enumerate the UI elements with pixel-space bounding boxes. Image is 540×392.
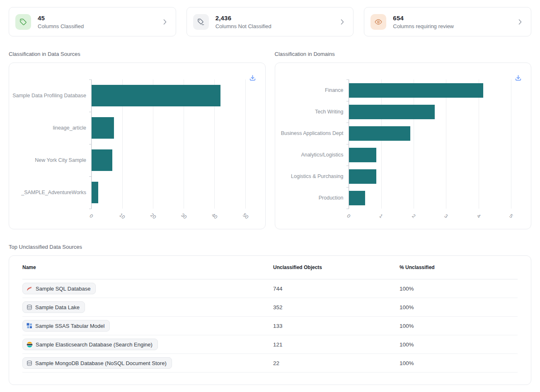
tag-icon (15, 14, 31, 30)
y-axis-tick (89, 79, 92, 80)
category-label: Analytics/Logistics (275, 144, 344, 166)
name-cell: Sample Elasticsearch Database (Search En… (22, 335, 273, 354)
table-title: Top Unclassified Data Sources (9, 244, 531, 250)
category-label: Sample Data Profiling Database (9, 79, 86, 112)
category-labels: FinanceTech WritingBusiness Applications… (275, 79, 344, 209)
bar-tech-writing[interactable] (349, 105, 435, 119)
stat-cards-row: 45 Columns Classified 2,436 Columns Not … (9, 7, 531, 36)
column-header-pct-unclassified: % Unclassified (400, 256, 518, 279)
name-cell: Sample MongoDB Database (NoSQL Document … (22, 354, 273, 373)
pct-unclassified-cell: 100% (400, 317, 518, 335)
data-source-name: Sample MongoDB Database (NoSQL Document … (35, 360, 167, 366)
x-axis-tick-label: 30 (180, 212, 188, 220)
elasticsearch-icon (27, 341, 33, 348)
pct-unclassified-cell: 100% (400, 279, 518, 298)
x-axis-tick-label: 5 (508, 213, 514, 219)
stat-text: 45 Columns Classified (38, 14, 84, 29)
bar-business-applications-dept[interactable] (349, 126, 411, 141)
table-row: Sample SSAS Tabular Model133100% (22, 317, 518, 335)
x-axis-labels: 01020304050 (91, 209, 245, 226)
category-label: Production (275, 187, 344, 209)
bar-new-york-city-sample[interactable] (92, 149, 112, 171)
y-axis-tick (89, 176, 92, 177)
download-icon[interactable] (248, 74, 257, 82)
table-header-row: Name Unclassified Objects % Unclassified (22, 256, 518, 279)
name-cell: Sample SSAS Tabular Model (22, 317, 273, 335)
bar-logistics-purchasing[interactable] (349, 169, 377, 184)
ssas-tabular-icon (27, 323, 32, 329)
stat-card-columns-not-classified[interactable]: 2,436 Columns Not Classified (186, 7, 354, 36)
dashboard-page: 45 Columns Classified 2,436 Columns Not … (0, 0, 540, 392)
unclassified-sources-table: Name Unclassified Objects % Unclassified… (22, 256, 518, 373)
y-axis-tick (346, 101, 349, 101)
data-source-chip[interactable]: Sample MongoDB Database (NoSQL Document … (22, 357, 172, 369)
stat-text: 654 Columns requiring review (393, 14, 454, 29)
x-axis-tick-label: 3 (443, 213, 449, 219)
bar-analytics-logistics[interactable] (349, 148, 377, 162)
stat-text: 2,436 Columns Not Classified (216, 14, 271, 29)
stat-card-columns-classified[interactable]: 45 Columns Classified (9, 7, 176, 36)
x-axis-tick-label: 40 (211, 212, 218, 220)
y-axis-tick (346, 123, 349, 123)
gridline (381, 79, 382, 209)
table-row: Sample SQL Database744100% (22, 279, 518, 298)
bar-finance[interactable] (349, 83, 484, 98)
database-icon (27, 360, 32, 366)
y-axis-tick (346, 209, 349, 209)
chart-block-data-sources: Classification in Data Sources Sample Da… (9, 51, 266, 229)
database-icon (27, 304, 32, 310)
category-label: lineage_article (9, 112, 86, 144)
y-axis-tick (346, 166, 349, 166)
y-axis-tick (89, 209, 92, 209)
category-label: Logistics & Purchasing (275, 166, 344, 187)
plot-area (91, 79, 245, 209)
stat-card-columns-requiring-review[interactable]: 654 Columns requiring review (364, 7, 531, 36)
chart-card-domains: FinanceTech WritingBusiness Applications… (275, 63, 532, 229)
stat-value: 2,436 (216, 14, 271, 22)
bar-production[interactable] (349, 191, 365, 205)
unclassified-objects-cell: 133 (273, 317, 400, 335)
data-source-name: Sample SSAS Tabular Model (35, 323, 104, 329)
x-axis-tick-label: 0 (346, 213, 351, 219)
data-source-chip[interactable]: Sample Data Lake (22, 301, 85, 313)
data-source-chip[interactable]: Sample SSAS Tabular Model (22, 320, 110, 332)
gridline (349, 79, 349, 209)
stat-label: Columns Not Classified (216, 23, 271, 29)
column-header-name: Name (22, 256, 273, 279)
tag-off-icon (193, 14, 209, 30)
unclassified-objects-cell: 121 (273, 335, 400, 354)
data-source-chip[interactable]: Sample SQL Database (22, 283, 96, 294)
table-section: Top Unclassified Data Sources Name Uncla… (9, 244, 531, 385)
unclassified-objects-cell: 352 (273, 298, 400, 317)
category-label: Tech Writing (275, 101, 344, 123)
x-axis-tick-label: 20 (149, 212, 157, 220)
download-icon[interactable] (514, 74, 523, 82)
data-source-chip[interactable]: Sample Elasticsearch Database (Search En… (22, 339, 158, 350)
stat-label: Columns Classified (38, 23, 84, 29)
unclassified-objects-cell: 22 (273, 354, 400, 373)
pct-unclassified-cell: 100% (400, 335, 518, 354)
unclassified-objects-cell: 744 (273, 279, 400, 298)
chevron-right-icon (163, 19, 167, 25)
bar--sample-adventureworks[interactable] (92, 182, 98, 203)
stat-value: 45 (38, 14, 84, 22)
y-axis-tick (346, 187, 349, 188)
x-axis-tick-label: 1 (378, 213, 384, 219)
eye-icon (370, 14, 386, 30)
category-labels: Sample Data Profiling Databaselineage_ar… (9, 79, 86, 209)
pct-unclassified-cell: 100% (400, 298, 518, 317)
category-label: Business Applications Dept (275, 123, 344, 144)
plot-area (349, 79, 511, 209)
bar-lineage-article[interactable] (92, 117, 114, 139)
x-axis-labels: 012345 (349, 209, 511, 226)
bar-sample-data-profiling-database[interactable] (92, 85, 220, 106)
chevron-right-icon (341, 19, 344, 25)
table-row: Sample Elasticsearch Database (Search En… (22, 335, 518, 354)
sql-database-icon (27, 286, 33, 292)
data-source-name: Sample Data Lake (35, 304, 80, 310)
data-source-name: Sample SQL Database (36, 286, 90, 292)
name-cell: Sample Data Lake (22, 298, 273, 317)
category-label: New York City Sample (9, 144, 86, 176)
chart-title: Classification in Data Sources (9, 51, 266, 57)
category-label: _SAMPLE_AdventureWorks (9, 176, 86, 209)
